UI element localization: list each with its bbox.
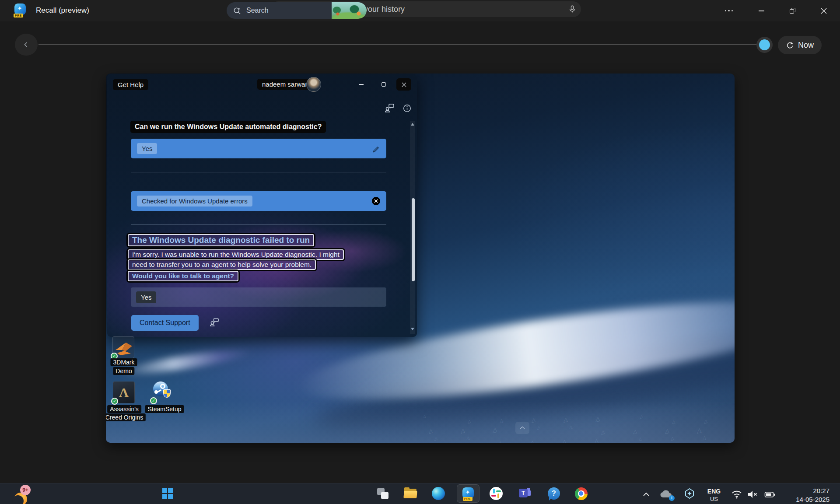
timeline-back-button[interactable] [15,34,38,56]
now-label: Now [798,41,814,50]
language-line2: US [707,495,721,503]
user-answer-row[interactable]: Yes [131,287,386,307]
user-answer-chip[interactable]: Yes [136,291,156,303]
highlighted-error-line1[interactable]: I'm sorry. I was unable to run the Windo… [128,249,344,260]
wallpaper-bottom-band [106,401,735,443]
highlighted-agent-question[interactable]: Would you like to talk to agent? [128,271,238,281]
snapshot-viewer[interactable]: △△△△△△△△△△△△△△△△△△△△△△△△△△△ Get Help nad… [106,74,735,443]
clock-time: 20:27 [796,486,830,495]
battery-button[interactable] [761,485,779,504]
divider [131,224,386,225]
maximize-icon [382,82,386,87]
icon-label: 3DMark [110,358,137,366]
info-icon[interactable] [403,104,411,112]
preview-badge: PRE [14,14,23,18]
pencil-icon[interactable] [372,145,380,153]
close-icon [821,8,827,14]
feedback-icon[interactable] [210,317,220,327]
minimize-button[interactable] [751,0,771,21]
ellipsis-icon [725,10,733,12]
chevron-left-icon [23,41,30,48]
divider [131,172,386,172]
close-icon [402,82,406,87]
onedrive-cloud-icon: i [660,490,673,499]
start-button[interactable] [159,484,176,503]
teams-icon: T [519,487,531,500]
contact-support-button[interactable]: Contact Support [131,315,199,331]
taskbar-search-button[interactable]: Search [227,2,367,19]
task-view-button[interactable] [374,484,392,503]
dismiss-x-icon[interactable] [372,197,380,205]
get-help-taskbar-button[interactable]: ? [545,484,563,503]
app-title: Recall (preview) [36,6,89,15]
recall-snapshot-tray-icon [682,486,696,500]
language-indicator[interactable]: ENG US [704,486,724,504]
wifi-button[interactable] [729,485,745,504]
slack-button[interactable] [487,484,505,503]
teams-button[interactable]: T [516,484,534,503]
edge-button[interactable] [430,484,447,503]
account-name-chip[interactable]: nadeem sarwar [257,79,312,90]
icon-label: Assassin's [107,405,141,413]
restore-button[interactable] [782,0,802,21]
gh-close-button[interactable] [396,78,411,91]
icon-label: SteamSetup [145,405,184,413]
onedrive-tray-button[interactable]: i [658,485,675,504]
icon-label: Creed Origins [106,413,146,421]
recall-app-window: ✦ PRE Recall (preview) [0,0,840,504]
snapshot-chevron-up-button[interactable] [515,422,529,434]
answer-yes-chip[interactable]: Yes [137,143,157,154]
file-explorer-button[interactable] [402,484,419,503]
minimize-icon [359,84,364,85]
mic-icon[interactable] [568,5,577,14]
scrollbar-thumb[interactable] [412,198,415,281]
close-button[interactable] [814,0,834,21]
scroll-down-icon[interactable] [411,328,414,330]
status-row[interactable]: Checked for Windows Update errors [131,191,386,211]
scroll-up-icon[interactable] [411,123,414,126]
answer-option-row[interactable]: Yes [131,139,386,158]
minimize-icon [759,10,764,11]
highlighted-error-heading[interactable]: The Windows Update diagnostic failed to … [128,234,314,246]
search-sparkle-icon [233,6,242,15]
get-help-icon: ? [548,487,560,500]
highlighted-error-line2[interactable]: need to transfer you to an agent to help… [128,259,316,270]
speaker-muted-icon [747,489,758,500]
edge-icon [432,487,445,500]
recall-taskbar-button[interactable]: ✦ PRE [459,484,477,503]
recall-app-icon: ✦ PRE [14,4,27,17]
sync-check-icon: ✓ [150,397,157,404]
volume-button[interactable] [745,485,760,504]
status-chip[interactable]: Checked for Windows Update errors [137,196,252,206]
sparkle-icon: ✦ [17,5,22,12]
taskbar-search-label: Search [246,7,332,14]
more-options-button[interactable] [719,0,739,21]
info-badge-icon: i [669,495,675,501]
chevron-up-icon [643,492,650,497]
slack-icon [490,487,503,500]
bot-question-chip[interactable]: Can we run the Windows Update automated … [130,121,326,133]
tray-clock[interactable]: 20:27 14-05-2025 [796,486,830,504]
feedback-icon[interactable] [385,103,395,113]
recall-tray-button[interactable] [681,484,698,503]
get-help-title-chip[interactable]: Get Help [113,79,148,90]
recall-icon: ✦ PRE [462,487,474,500]
restore-icon [790,8,795,14]
avatar[interactable] [306,77,321,92]
now-button[interactable]: Now [778,36,822,54]
chevron-up-icon [519,426,525,430]
taskbar-widgets-button[interactable]: 9+ [13,487,34,504]
gh-maximize-button[interactable] [376,78,391,91]
chrome-button[interactable] [572,484,590,503]
timeline-track[interactable] [38,44,757,45]
language-line1: ENG [707,487,721,495]
chrome-icon [575,487,588,500]
steam-logo-icon [153,382,168,396]
windows-logo-icon [162,488,173,499]
notification-badge: 9+ [20,485,31,495]
gh-minimize-button[interactable] [354,78,368,91]
search-highlight-image [332,2,367,19]
timeline-thumb[interactable] [756,37,773,53]
tray-overflow-button[interactable] [639,485,654,504]
get-help-window: Get Help nadeem sarwar Can we run the Wi… [107,74,417,337]
